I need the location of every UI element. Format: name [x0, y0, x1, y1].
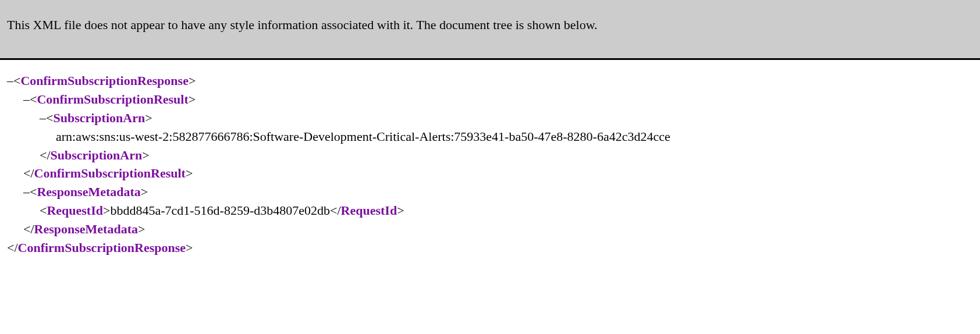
- angle-bracket: </: [23, 166, 34, 180]
- xml-close-tag-result: </ConfirmSubscriptionResult>: [7, 164, 973, 183]
- angle-bracket: </: [330, 203, 341, 218]
- xml-close-tag-subscriptionarn: </SubscriptionArn>: [7, 146, 973, 165]
- tag-name: ConfirmSubscriptionResult: [34, 166, 186, 180]
- angle-bracket: >: [186, 166, 193, 180]
- tag-name: ResponseMetadata: [34, 222, 138, 236]
- banner-message: This XML file does not appear to have an…: [7, 17, 598, 32]
- collapse-toggle-icon[interactable]: –: [7, 73, 13, 88]
- subscription-arn-value: arn:aws:sns:us-west-2:582877666786:Softw…: [56, 129, 670, 144]
- angle-bracket: </: [40, 148, 51, 162]
- xml-open-tag-metadata[interactable]: –<ResponseMetadata>: [7, 183, 973, 201]
- angle-bracket: >: [189, 73, 196, 88]
- angle-bracket: <: [46, 111, 53, 125]
- angle-bracket: >: [186, 240, 193, 255]
- collapse-toggle-icon[interactable]: –: [23, 92, 30, 106]
- angle-bracket: <: [30, 184, 37, 199]
- xml-open-tag-root[interactable]: –<ConfirmSubscriptionResponse>: [7, 72, 973, 90]
- xml-document-tree: –<ConfirmSubscriptionResponse> –<Confirm…: [0, 60, 980, 269]
- xml-open-tag-subscriptionarn[interactable]: –<SubscriptionArn>: [7, 109, 973, 127]
- tag-name: RequestId: [341, 203, 397, 218]
- xml-close-tag-root: </ConfirmSubscriptionResponse>: [7, 239, 973, 257]
- angle-bracket: </: [23, 222, 34, 236]
- xml-element-requestid: <RequestId>bbdd845a-7cd1-516d-8259-d3b48…: [7, 201, 973, 220]
- angle-bracket: >: [138, 222, 145, 236]
- angle-bracket: </: [7, 240, 18, 255]
- angle-bracket: >: [141, 184, 148, 199]
- angle-bracket: >: [189, 92, 196, 106]
- tag-name: ConfirmSubscriptionResponse: [20, 73, 188, 88]
- tag-name: ConfirmSubscriptionResult: [37, 92, 188, 106]
- angle-bracket: <: [13, 73, 20, 88]
- tag-name: SubscriptionArn: [51, 148, 143, 162]
- angle-bracket: >: [103, 203, 110, 218]
- xml-close-tag-metadata: </ResponseMetadata>: [7, 220, 973, 239]
- tag-name: ConfirmSubscriptionResponse: [18, 240, 186, 255]
- request-id-value: bbdd845a-7cd1-516d-8259-d3b4807e02db: [110, 203, 330, 218]
- xml-no-style-banner: This XML file does not appear to have an…: [0, 0, 980, 60]
- xml-text-subscriptionarn-value: arn:aws:sns:us-west-2:582877666786:Softw…: [7, 127, 973, 146]
- angle-bracket: >: [142, 148, 149, 162]
- tag-name: ResponseMetadata: [37, 184, 140, 199]
- angle-bracket: <: [40, 203, 47, 218]
- xml-open-tag-result[interactable]: –<ConfirmSubscriptionResult>: [7, 90, 973, 109]
- angle-bracket: >: [145, 111, 152, 125]
- angle-bracket: <: [30, 92, 37, 106]
- collapse-toggle-icon[interactable]: –: [40, 111, 46, 125]
- collapse-toggle-icon[interactable]: –: [23, 184, 30, 199]
- angle-bracket: >: [397, 203, 404, 218]
- tag-name: RequestId: [47, 203, 103, 218]
- tag-name: SubscriptionArn: [53, 111, 145, 125]
